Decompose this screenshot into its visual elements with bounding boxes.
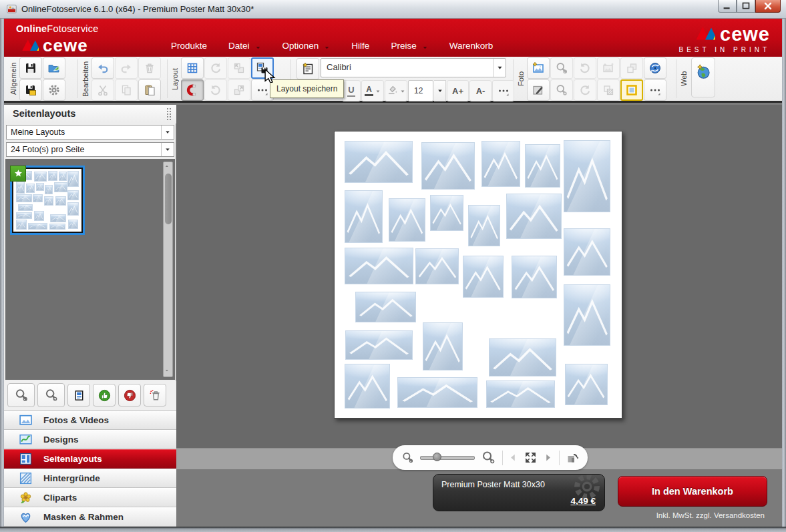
- app-icon: [6, 3, 17, 17]
- photo-placeholder-3[interactable]: [481, 141, 520, 187]
- zoom-in-button[interactable]: [481, 450, 496, 465]
- settings-button[interactable]: [43, 79, 65, 101]
- underline-button[interactable]: U: [342, 80, 361, 101]
- photo-placeholder-20[interactable]: [489, 338, 556, 376]
- photo-placeholder-19[interactable]: [423, 322, 463, 370]
- chevron-down-icon[interactable]: [493, 59, 506, 77]
- photo-timer-button[interactable]: [644, 57, 666, 79]
- web-group: Web: [678, 57, 715, 100]
- sidebar-nav: Fotos & VideosDesignsSeitenlayoutsHinter…: [4, 410, 176, 527]
- layout-tools: [4, 380, 176, 410]
- photo-placeholder-14[interactable]: [512, 256, 557, 298]
- panel-drag-handle-icon[interactable]: [167, 108, 172, 120]
- layout-preview-button[interactable]: [67, 384, 90, 407]
- photo-placeholder-22[interactable]: [397, 377, 477, 408]
- zoom-slider-handle[interactable]: [433, 453, 441, 461]
- photo-placeholder-18[interactable]: [345, 330, 413, 360]
- font-size-dropdown[interactable]: [434, 80, 446, 101]
- photo-placeholder-2[interactable]: [421, 142, 475, 190]
- grid-button[interactable]: [181, 57, 204, 79]
- zoom-out-button[interactable]: [401, 451, 414, 464]
- decrease-font-label: A-: [476, 86, 485, 96]
- decrease-font-button[interactable]: A-: [469, 80, 492, 101]
- photos-per-page-select[interactable]: 24 Foto(s) pro Seite: [6, 142, 174, 157]
- layout-thumbnail-selected[interactable]: [10, 166, 85, 235]
- menu-produkte[interactable]: Produkte: [171, 41, 207, 51]
- menu-hilfe[interactable]: Hilfe: [351, 41, 369, 51]
- sidebar-item-designs[interactable]: Designs: [4, 430, 176, 449]
- paste-button[interactable]: [138, 79, 161, 101]
- sidebar-item-hintergr-nde[interactable]: Hintergründe: [4, 469, 176, 488]
- scroll-up-icon[interactable]: [164, 163, 172, 172]
- photo-placeholder-6[interactable]: [345, 190, 383, 243]
- sidebar-item-masken-rahmen[interactable]: Masken & Rahmen: [4, 507, 176, 527]
- more-text-button[interactable]: [492, 80, 514, 101]
- maximize-button[interactable]: [737, 0, 755, 13]
- scroll-down-icon[interactable]: [164, 366, 172, 376]
- open-button[interactable]: [43, 57, 65, 79]
- sidebar-item-cliparts[interactable]: Cliparts: [4, 488, 176, 507]
- photo-placeholder-4[interactable]: [525, 144, 560, 188]
- font-size-value[interactable]: 12: [408, 80, 433, 101]
- scrollbar-thumb[interactable]: [165, 174, 172, 224]
- add-to-cart-button[interactable]: In den Warenkorb: [618, 476, 767, 507]
- undo-button[interactable]: [91, 57, 114, 79]
- photo-placeholder-24[interactable]: [565, 364, 608, 405]
- photo-placeholder-12[interactable]: [415, 248, 459, 284]
- sidebar-item-fotos-videos[interactable]: Fotos & Videos: [4, 411, 176, 430]
- sidebar-item-seitenlayouts[interactable]: Seitenlayouts: [4, 449, 176, 469]
- edit-photo-button[interactable]: [527, 79, 550, 101]
- photo-placeholder-23[interactable]: [486, 380, 555, 408]
- photo-placeholder-1[interactable]: [345, 141, 413, 183]
- photo-placeholder-10[interactable]: [506, 194, 562, 239]
- more-photo-button[interactable]: [644, 79, 666, 101]
- minimize-button[interactable]: [718, 0, 737, 13]
- poster-page[interactable]: [334, 131, 622, 419]
- add-text-button[interactable]: [297, 58, 319, 79]
- photo-placeholder-17[interactable]: [564, 284, 610, 346]
- menu-warenkorb[interactable]: Warenkorb: [449, 41, 494, 51]
- font-color-button[interactable]: A: [361, 80, 384, 101]
- save-as-button[interactable]: [19, 79, 42, 101]
- photo-placeholder-5[interactable]: [564, 140, 610, 212]
- layout-reject-button[interactable]: [118, 384, 141, 407]
- photo-placeholder-7[interactable]: [389, 198, 425, 242]
- font-family-select[interactable]: Calibri: [321, 58, 506, 77]
- photo-placeholder-9[interactable]: [468, 205, 500, 246]
- magnet-snap-button[interactable]: [181, 79, 204, 101]
- chevron-down-icon[interactable]: [161, 125, 174, 139]
- photo-placeholder-13[interactable]: [463, 256, 504, 298]
- photo-frame-button[interactable]: [620, 79, 643, 101]
- layout-delete-button[interactable]: [144, 384, 166, 407]
- rotate-page-button[interactable]: [566, 451, 579, 465]
- add-photo-button[interactable]: [527, 57, 550, 79]
- photo-placeholder-11[interactable]: [345, 248, 413, 284]
- layout-zoom-out-button[interactable]: [7, 383, 35, 407]
- close-button[interactable]: [755, 0, 781, 13]
- increase-font-button[interactable]: A+: [447, 80, 469, 101]
- fit-to-screen-button[interactable]: [524, 451, 537, 464]
- photo-placeholder-8[interactable]: [430, 195, 463, 231]
- photo-placeholder-16[interactable]: [355, 292, 416, 322]
- zoom-slider[interactable]: [420, 456, 475, 460]
- thumbnail-placeholder: [34, 211, 43, 222]
- rotate-left-button: [204, 57, 227, 79]
- previous-page-button[interactable]: [508, 453, 518, 463]
- layout-category-select[interactable]: Meine Layouts: [6, 125, 174, 140]
- fill-color-button[interactable]: [385, 80, 407, 101]
- menu-optionen[interactable]: Optionen: [282, 41, 331, 51]
- layout-approve-button[interactable]: [93, 384, 116, 407]
- web-upload-button[interactable]: [691, 57, 715, 97]
- photo-placeholder-21[interactable]: [345, 364, 390, 409]
- save-button[interactable]: [19, 57, 42, 79]
- navfotos-icon: [19, 413, 33, 427]
- chevron-down-icon[interactable]: [161, 143, 174, 156]
- layout-zoom-in-button[interactable]: [37, 383, 65, 407]
- menu-datei[interactable]: Datei: [228, 41, 261, 51]
- layout-scrollbar[interactable]: [163, 162, 173, 377]
- next-page-button[interactable]: [543, 453, 553, 463]
- product-price[interactable]: 4,49 €: [570, 496, 596, 506]
- menu-preise[interactable]: Preise: [391, 41, 427, 51]
- photo-placeholder-15[interactable]: [564, 228, 610, 276]
- main-menu: ProdukteDateiOptionenHilfePreiseWarenkor…: [171, 41, 493, 51]
